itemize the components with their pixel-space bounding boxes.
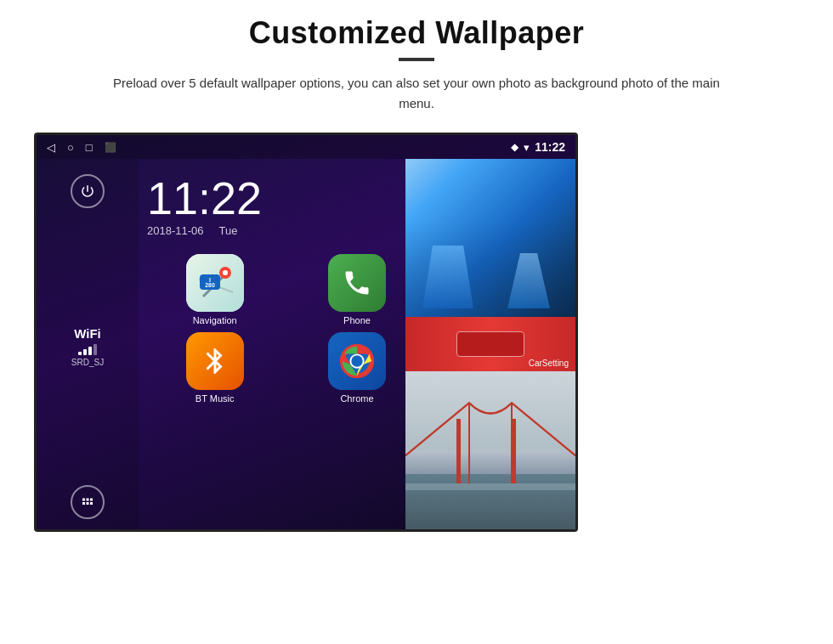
day-value: Tue bbox=[219, 224, 238, 237]
svg-point-11 bbox=[351, 355, 362, 366]
app-item-bt-music[interactable]: BT Music bbox=[147, 332, 282, 404]
status-time: 11:22 bbox=[535, 140, 565, 154]
chrome-icon bbox=[328, 332, 386, 390]
wifi-signal-icon: ▾ bbox=[524, 141, 530, 154]
wifi-ssid: SRD_SJ bbox=[71, 358, 104, 367]
clock-datetime: 11:22 2018-11-06 Tue bbox=[147, 175, 436, 237]
chrome-label: Chrome bbox=[340, 393, 373, 404]
phone-icon bbox=[328, 254, 386, 312]
navigation-label: Navigation bbox=[193, 315, 237, 325]
app-item-chrome[interactable]: Chrome bbox=[289, 332, 424, 404]
wifi-label: WiFi bbox=[71, 326, 104, 341]
wallpaper-thumbnail-bridge[interactable] bbox=[405, 371, 575, 529]
bt-music-icon bbox=[186, 332, 244, 390]
location-icon: ◆ bbox=[511, 141, 518, 153]
wifi-info: WiFi SRD_SJ bbox=[71, 326, 104, 367]
bt-music-label: BT Music bbox=[196, 393, 235, 404]
left-sidebar: WiFi SRD_SJ bbox=[37, 159, 139, 532]
wallpaper-middle-strip: CarSetting bbox=[405, 317, 575, 371]
home-icon[interactable]: ○ bbox=[67, 141, 74, 154]
clock-date: 2018-11-06 Tue bbox=[147, 224, 436, 237]
app-item-navigation[interactable]: I 280 Navigation bbox=[147, 254, 282, 325]
phone-label: Phone bbox=[343, 315, 371, 325]
device-screen: ◁ ○ □ ⬛ ◆ ▾ 11:22 bbox=[34, 133, 578, 532]
app-item-phone[interactable]: Phone bbox=[289, 254, 424, 325]
recent-apps-icon[interactable]: □ bbox=[86, 141, 93, 154]
wifi-bars bbox=[71, 343, 104, 355]
power-button[interactable] bbox=[71, 174, 105, 208]
back-icon[interactable]: ◁ bbox=[47, 141, 55, 154]
screenshot-icon[interactable]: ⬛ bbox=[105, 142, 116, 153]
page-title: Customized Wallpaper bbox=[249, 15, 585, 51]
status-bar: ◁ ○ □ ⬛ ◆ ▾ 11:22 bbox=[37, 135, 575, 159]
svg-point-7 bbox=[223, 270, 228, 275]
status-bar-left: ◁ ○ □ ⬛ bbox=[47, 141, 116, 154]
svg-text:280: 280 bbox=[205, 282, 215, 288]
status-bar-right: ◆ ▾ 11:22 bbox=[511, 140, 565, 154]
navigation-icon: I 280 bbox=[186, 254, 244, 312]
wallpaper-thumbnails: CarSetting bbox=[405, 159, 575, 529]
carsetting-label: CarSetting bbox=[529, 359, 569, 368]
wallpaper-thumbnail-ice[interactable] bbox=[405, 159, 575, 317]
page-subtitle: Preload over 5 default wallpaper options… bbox=[110, 73, 722, 114]
main-content: ◁ ○ □ ⬛ ◆ ▾ 11:22 bbox=[34, 133, 799, 532]
date-value: 2018-11-06 bbox=[147, 224, 204, 237]
clock-time: 11:22 bbox=[147, 175, 436, 221]
title-divider bbox=[399, 58, 434, 61]
apps-grid-button[interactable] bbox=[71, 485, 105, 519]
